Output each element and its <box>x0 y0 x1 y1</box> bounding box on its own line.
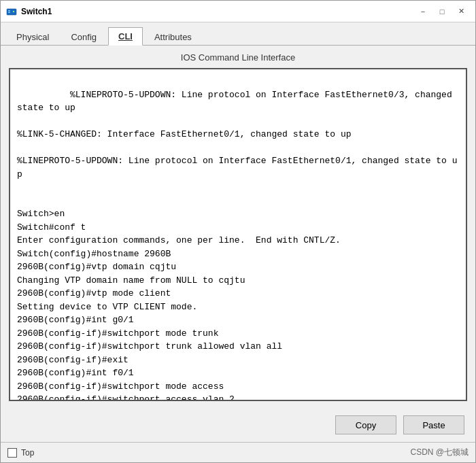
top-label: Top <box>21 448 34 458</box>
section-title: IOS Command Line Interface <box>9 52 467 63</box>
svg-rect-2 <box>8 12 10 13</box>
tab-config[interactable]: Config <box>61 28 107 46</box>
terminal-scroll[interactable]: %LINEPROTO-5-UPDOWN: Line protocol on In… <box>10 69 466 400</box>
main-window: Switch1 − □ ✕ Physical Config CLI Attrib… <box>0 0 476 463</box>
terminal-output: %LINEPROTO-5-UPDOWN: Line protocol on In… <box>17 75 459 400</box>
svg-rect-1 <box>8 10 10 12</box>
window-title: Switch1 <box>21 7 414 16</box>
copy-button[interactable]: Copy <box>335 415 396 434</box>
tab-bar: Physical Config CLI Attributes <box>1 22 475 46</box>
tab-cli[interactable]: CLI <box>108 27 143 46</box>
title-bar: Switch1 − □ ✕ <box>1 1 475 22</box>
main-content: IOS Command Line Interface %LINEPROTO-5-… <box>1 46 475 408</box>
top-checkbox[interactable] <box>7 448 17 458</box>
status-right-text: CSDN @七顿城 <box>410 447 469 458</box>
paste-button[interactable]: Paste <box>403 415 464 434</box>
app-icon <box>6 6 17 17</box>
svg-rect-3 <box>13 11 14 12</box>
maximize-button[interactable]: □ <box>433 5 451 18</box>
tab-attributes[interactable]: Attributes <box>144 28 202 46</box>
tab-physical[interactable]: Physical <box>6 28 59 46</box>
status-bar: Top CSDN @七顿城 <box>1 442 475 462</box>
close-button[interactable]: ✕ <box>452 5 470 18</box>
svg-rect-0 <box>7 9 16 15</box>
window-controls: − □ ✕ <box>414 5 470 18</box>
minimize-button[interactable]: − <box>414 5 432 18</box>
terminal-container: %LINEPROTO-5-UPDOWN: Line protocol on In… <box>9 68 467 401</box>
button-bar: Copy Paste <box>1 408 475 442</box>
